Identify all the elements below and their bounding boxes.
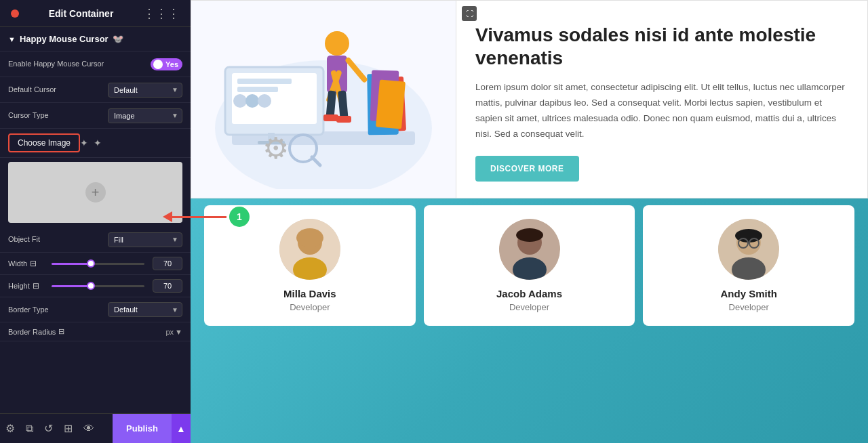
section-arrow-icon: ▼ <box>8 35 16 43</box>
cursor-type-select-wrap: Image Default Custom ▼ <box>108 108 182 123</box>
svg-point-34 <box>516 228 543 242</box>
height-slider-track-wrap <box>52 285 150 287</box>
height-slider-thumb[interactable] <box>87 282 95 290</box>
expand-icon[interactable]: ⛶ <box>462 6 477 21</box>
cursor-type-select[interactable]: Image Default Custom <box>108 108 182 123</box>
section-title: Happy Mouse Cursor <box>20 34 108 44</box>
avatar-svg-3 <box>718 219 779 280</box>
svg-point-6 <box>233 94 247 108</box>
toggle-yes-badge[interactable]: Yes <box>151 58 182 70</box>
copy-icon[interactable]: ⊞ <box>64 422 73 435</box>
svg-point-7 <box>245 94 259 108</box>
enable-toggle[interactable]: Yes <box>151 58 182 70</box>
image-icon-group: ✦ ✦ <box>80 138 102 148</box>
default-cursor-select-wrap: Default ▼ <box>108 83 182 98</box>
default-cursor-select[interactable]: Default <box>108 83 182 98</box>
enable-toggle-row: Enable Happy Mouse Cursor Yes <box>0 51 191 77</box>
width-slider-thumb[interactable] <box>87 259 95 268</box>
layers-icon[interactable]: ⧉ <box>26 423 33 435</box>
width-value-input[interactable]: 70 <box>153 257 182 270</box>
cursor-type-label: Cursor Type <box>8 110 108 120</box>
width-label: Width ⊟ <box>8 259 49 268</box>
window-close-icon[interactable] <box>11 9 19 18</box>
height-slider-track[interactable] <box>52 285 144 287</box>
team-avatar-3 <box>718 219 779 280</box>
border-type-select-wrap: Default Solid Dashed ▼ <box>108 302 182 317</box>
panel-footer: ⚙ ⧉ ↺ ⊞ 👁 Publish ▲ <box>0 413 191 443</box>
panel-header: Edit Container ⋮⋮⋮ <box>0 0 191 27</box>
height-row: Height ⊟ 70 <box>0 275 191 297</box>
publish-chevron-button[interactable]: ▲ <box>172 414 191 444</box>
border-radius-monitor-icon: ⊟ <box>58 327 64 336</box>
left-panel: Edit Container ⋮⋮⋮ ▼ Happy Mouse Cursor … <box>0 0 191 443</box>
discover-more-button[interactable]: DISCOVER MORE <box>475 156 579 182</box>
section-header[interactable]: ▼ Happy Mouse Cursor 🐭 <box>0 27 191 51</box>
team-cards: Milla Davis Developer Jacob Adams Develo… <box>204 198 854 326</box>
border-type-select[interactable]: Default Solid Dashed <box>108 302 182 317</box>
border-radius-unit: px <box>165 328 174 336</box>
height-label: Height ⊟ <box>8 281 49 291</box>
settings-icon[interactable]: ⚙ <box>5 422 15 435</box>
arrow-annotation: 1 <box>163 207 250 227</box>
svg-rect-26 <box>336 116 351 123</box>
step-number: 1 <box>237 211 242 222</box>
toggle-circle <box>153 60 163 69</box>
width-monitor-icon: ⊟ <box>30 259 37 268</box>
team-card-3: Andy Smith Developer <box>643 205 854 326</box>
border-radius-row: Border Radius ⊟ px ▼ <box>0 322 191 341</box>
eye-icon[interactable]: 👁 <box>83 423 94 435</box>
publish-button[interactable]: Publish <box>113 414 172 444</box>
step-circle: 1 <box>229 207 250 227</box>
height-value-input[interactable]: 70 <box>153 279 182 293</box>
object-fit-row: Object Fit Fill Contain Cover ▼ <box>0 227 191 253</box>
hero-section: ⚙ ⛶ Vivamu <box>191 0 868 198</box>
svg-rect-5 <box>237 87 278 92</box>
border-radius-text: Border Radius <box>8 328 56 336</box>
svg-rect-25 <box>323 114 338 121</box>
hero-illustration: ⚙ <box>205 9 442 189</box>
image-edit-icon[interactable]: ✦ <box>80 138 88 148</box>
plus-sign: + <box>92 185 100 201</box>
hero-title: Vivamus sodales nisi id ante molestie ve… <box>475 24 848 69</box>
team-avatar-1 <box>279 219 340 280</box>
width-slider-track-wrap <box>52 263 150 265</box>
object-fit-select-wrap: Fill Contain Cover ▼ <box>108 232 182 247</box>
width-row: Width ⊟ 70 <box>0 253 191 275</box>
team-role-2: Developer <box>435 302 625 312</box>
image-placeholder[interactable]: + <box>8 162 182 223</box>
width-slider-track[interactable] <box>52 263 144 265</box>
arrow-head-icon <box>163 211 172 222</box>
team-avatar-2 <box>499 219 560 280</box>
hero-body: Lorem ipsum dolor sit amet, consectetur … <box>475 80 848 142</box>
team-card-2: Jacob Adams Developer <box>424 205 635 326</box>
expand-symbol: ⛶ <box>466 9 473 18</box>
enable-label: Enable Happy Mouse Cursor <box>8 59 151 68</box>
height-slider-fill <box>52 285 89 287</box>
border-radius-dropdown-icon[interactable]: ▼ <box>175 328 182 336</box>
border-type-label: Border Type <box>8 305 108 314</box>
svg-rect-14 <box>376 79 406 129</box>
object-fit-select[interactable]: Fill Contain Cover <box>108 232 182 247</box>
panel-title: Edit Container <box>49 8 114 19</box>
footer-icon-group: ⚙ ⧉ ↺ ⊞ 👁 <box>0 422 113 435</box>
panel-menu-icon[interactable]: ⋮⋮⋮ <box>143 6 180 21</box>
image-extra-icon[interactable]: ✦ <box>94 138 102 148</box>
avatar-svg-1 <box>279 219 340 280</box>
avatar-svg-2 <box>499 219 560 280</box>
team-name-3: Andy Smith <box>654 288 844 299</box>
toggle-yes-label: Yes <box>165 60 178 68</box>
border-type-row: Border Type Default Solid Dashed ▼ <box>0 297 191 322</box>
cursor-type-row: Cursor Type Image Default Custom ▼ <box>0 103 191 129</box>
history-icon[interactable]: ↺ <box>44 422 53 435</box>
team-role-3: Developer <box>654 302 844 312</box>
svg-point-8 <box>258 94 271 108</box>
svg-rect-4 <box>237 79 292 84</box>
choose-image-button[interactable]: Choose Image <box>8 133 80 152</box>
team-role-1: Developer <box>215 302 405 312</box>
right-content: ⚙ ⛶ Vivamu <box>191 0 868 443</box>
height-text: Height <box>8 282 30 290</box>
svg-point-18 <box>325 31 349 56</box>
width-slider-fill <box>52 263 89 265</box>
height-monitor-icon: ⊟ <box>33 281 39 291</box>
section-emoji: 🐭 <box>113 34 123 44</box>
